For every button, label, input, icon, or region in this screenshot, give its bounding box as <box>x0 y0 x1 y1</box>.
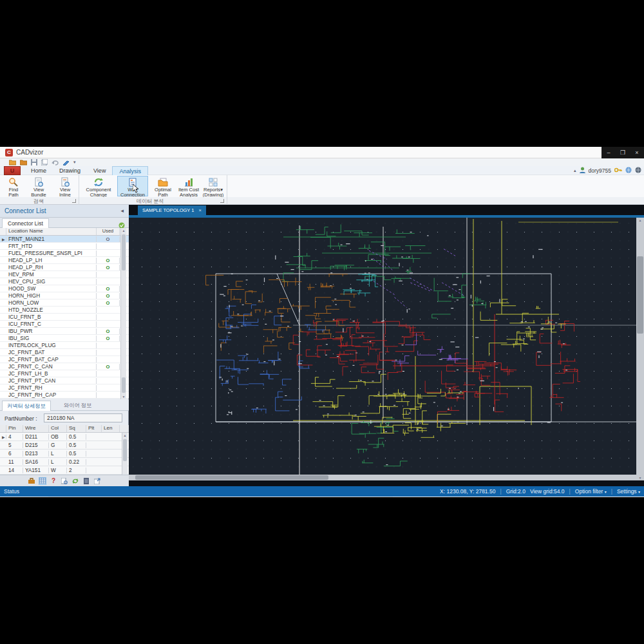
connector-row[interactable]: HTD_NOZZLE <box>0 307 129 314</box>
wire-row[interactable]: 5D215G0.5 <box>0 441 129 450</box>
globe-icon[interactable] <box>625 167 632 175</box>
globe-dark-icon[interactable] <box>635 167 641 175</box>
connector-row[interactable]: FUEL_PRESSURE_SNSR_LPI <box>0 250 129 257</box>
window-controls: – ❐ × <box>601 147 644 158</box>
wire-column-sq[interactable]: Sq <box>67 425 86 432</box>
connector-row[interactable]: INTERLOCK_PLUG <box>0 342 129 349</box>
connector-row[interactable]: JC_FRNT_C_CANO <box>0 363 129 370</box>
wire-column-plt[interactable]: Plt <box>86 425 102 432</box>
app-menu-button[interactable]: U <box>4 166 21 175</box>
ribbon-tab-home[interactable]: Home <box>24 166 53 175</box>
view-bundle-button[interactable]: View Bundle <box>26 176 52 196</box>
close-button[interactable]: × <box>632 149 642 156</box>
open-folder-icon[interactable] <box>9 159 16 166</box>
connector-scrollbar[interactable]: ▲ ▼ <box>120 228 126 399</box>
wire-column-col[interactable]: Col <box>49 425 67 432</box>
search-page-icon[interactable] <box>61 477 68 485</box>
connector-row[interactable]: JC_FRNT_PT_CAN <box>0 377 129 384</box>
canvas-horizontal-scrollbar[interactable] <box>129 475 636 480</box>
view-inline-icon <box>53 177 77 187</box>
import-folder-icon[interactable] <box>20 159 27 166</box>
column-used[interactable]: Used <box>97 228 120 235</box>
document-icon[interactable] <box>82 477 90 485</box>
tab-wire-info[interactable]: 와이어 정보 <box>59 401 96 411</box>
document-tab-close-icon[interactable]: × <box>198 205 201 215</box>
document-tab[interactable]: SAMPLE TOPOLOGY 1 × <box>138 205 206 215</box>
panel-title: Connector List <box>5 207 46 214</box>
connector-row[interactable]: HEV_RPM <box>0 271 129 278</box>
minimize-button[interactable]: – <box>603 149 614 156</box>
settings-dropdown[interactable]: Settings ▾ <box>617 488 640 495</box>
connector-row[interactable]: HORN_LOWO <box>0 299 129 307</box>
wire-row[interactable]: 14YA151W2 <box>0 466 129 475</box>
option-filter-dropdown[interactable]: Option filter ▾ <box>575 488 607 495</box>
canvas-vertical-scrollbar[interactable]: ▲ ▼ <box>636 218 644 480</box>
ribbon-tab-view[interactable]: View <box>87 166 112 175</box>
part-number-row: PartNumber : 210180 NA <box>0 412 129 425</box>
connector-row[interactable]: ICU_FRNT_B <box>0 314 129 321</box>
group-launcher-icon[interactable] <box>220 199 224 203</box>
app-logo-icon: C <box>5 149 13 156</box>
connector-row[interactable]: JC_FRNT_RH_CAP <box>0 392 129 399</box>
document-tab-label: SAMPLE TOPOLOGY 1 <box>142 205 194 215</box>
collapse-ribbon-icon[interactable]: ▴ <box>574 168 576 173</box>
drawing-area-wrapper: SAMPLE TOPOLOGY 1 × ▲ ▼ <box>129 205 644 486</box>
item-cost-button[interactable]: Item CostAnalysis <box>177 176 200 196</box>
qat-dropdown-icon[interactable]: ▾ <box>73 160 76 165</box>
tab-connector-detail[interactable]: 커넥터 상세정보 <box>2 401 51 411</box>
panel-collapse-icon[interactable]: ◂ <box>120 207 124 214</box>
view-inline-button[interactable]: View Inline <box>53 176 77 196</box>
sync-icon[interactable] <box>71 477 79 485</box>
ribbon-tab-drawing[interactable]: Drawing <box>53 166 87 175</box>
ribbon-tab-analysis[interactable]: Analysis <box>112 166 148 175</box>
user-name: dory9755 <box>589 167 611 174</box>
grid-view-icon[interactable] <box>39 477 46 485</box>
connector-row[interactable]: HEAD_LP_LHO <box>0 257 129 264</box>
restore-button[interactable]: ❐ <box>618 149 628 156</box>
view-bundle-icon <box>26 177 51 187</box>
connector-row[interactable]: IBU_SIGO <box>0 335 129 342</box>
export-icon[interactable] <box>93 477 101 485</box>
connector-row[interactable]: HOOD_SWO <box>0 285 129 292</box>
toolbox-icon[interactable] <box>28 477 35 485</box>
save-all-icon[interactable] <box>41 159 48 166</box>
connector-row[interactable]: JC_FRNT_LH_B <box>0 370 129 377</box>
help-icon[interactable]: ? <box>50 477 57 485</box>
grid-setting[interactable]: Grid:2.0 <box>506 488 526 495</box>
wire-column-len[interactable]: Len <box>102 425 120 432</box>
wire-row[interactable]: 6D213L0.5 <box>0 450 129 458</box>
connector-row[interactable]: HEV_CPU_SIG <box>0 278 129 285</box>
connector-row[interactable]: JC_FRNT_RH <box>0 384 129 392</box>
connector-row[interactable]: HEAD_LP_RHO <box>0 264 129 271</box>
reports-button[interactable]: Reports▾(Drawing) <box>202 176 225 196</box>
part-number-field[interactable]: 210180 NA <box>44 413 122 422</box>
undo-icon[interactable] <box>52 159 59 166</box>
save-icon[interactable] <box>31 159 37 166</box>
wire-column-pin[interactable]: Pin <box>6 425 23 432</box>
column-location-name[interactable]: Location Name <box>6 228 97 235</box>
component-change-button[interactable]: ComponentChange Simulation <box>81 176 116 196</box>
wire-row[interactable]: 11SA16L0.22 <box>0 458 129 466</box>
key-icon[interactable] <box>614 167 622 174</box>
connector-row[interactable]: ICU_FRNT_C <box>0 321 129 328</box>
connector-row[interactable]: ▶FRNT_MAIN21O <box>0 236 129 243</box>
ribbon-group-row: 검색 데이터 분석 <box>0 197 644 205</box>
wire-column-wire[interactable]: Wire <box>23 425 49 432</box>
find-path-button[interactable]: Find Path <box>3 176 24 196</box>
wire-row[interactable]: ▶4D211OB0.5 <box>0 433 129 441</box>
connector-row[interactable]: IBU_PWRO <box>0 328 129 335</box>
connector-row[interactable]: HORN_HIGHO <box>0 292 129 299</box>
ribbon-tab-row: U HomeDrawingViewAnalysis ▴ dory9755 <box>0 166 644 175</box>
connector-row[interactable]: FRT_HTD <box>0 243 129 250</box>
view-grid-setting[interactable]: View grid:54.0 <box>530 488 565 495</box>
connector-row[interactable]: JC_FRNT_BAT <box>0 349 129 356</box>
tab-connector-list[interactable]: Connector List <box>2 218 49 228</box>
optimal-path-button[interactable]: Optimal PathReport <box>150 176 176 196</box>
reports-icon <box>202 177 224 187</box>
redo-pen-icon[interactable] <box>62 159 70 166</box>
connector-list-panel: Connector List ◂ Connector List Location… <box>0 205 129 486</box>
connector-row[interactable]: JC_FRNT_BAT_CAP <box>0 356 129 363</box>
topology-canvas[interactable] <box>129 218 636 480</box>
application-window: C CADvizor – ❐ × ▾ U HomeDrawingViewAnal… <box>0 147 644 497</box>
group-launcher-icon[interactable] <box>72 199 76 203</box>
